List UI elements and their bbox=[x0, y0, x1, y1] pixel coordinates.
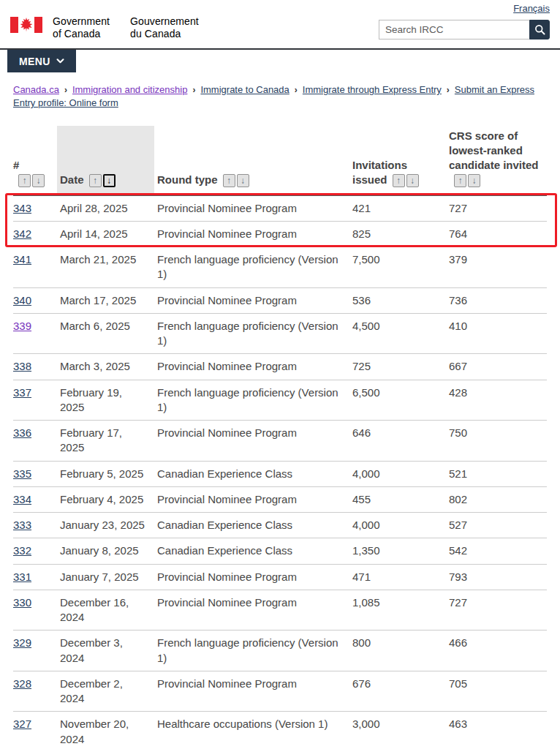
round-number-link[interactable]: 336 bbox=[13, 426, 31, 439]
round-number-cell: 336 bbox=[13, 421, 57, 462]
search-input[interactable] bbox=[379, 20, 529, 39]
column-label: CRS score of lowest-ranked candidate inv… bbox=[449, 129, 539, 171]
round-number-link[interactable]: 335 bbox=[13, 467, 31, 480]
menu-button[interactable]: MENU bbox=[7, 50, 76, 72]
crs-score-cell: 466 bbox=[446, 631, 547, 671]
breadcrumb-separator-icon: › bbox=[447, 85, 450, 95]
breadcrumb-link[interactable]: Canada.ca bbox=[13, 84, 59, 95]
invitations-issued-cell: 1,350 bbox=[349, 538, 446, 564]
sort-ascending-button[interactable]: ↑ bbox=[223, 174, 235, 187]
round-type-cell: Provincial Nominee Program bbox=[154, 564, 349, 590]
table-row: 332January 8, 2025Canadian Experience Cl… bbox=[13, 538, 547, 564]
sort-ascending-button[interactable]: ↑ bbox=[18, 174, 31, 187]
menu-button-label: MENU bbox=[19, 56, 50, 67]
round-date-cell: March 6, 2025 bbox=[57, 313, 154, 354]
round-date-cell: December 2, 2024 bbox=[57, 671, 154, 712]
round-type-cell: Provincial Nominee Program bbox=[154, 421, 349, 462]
language-toggle-link[interactable]: Français bbox=[513, 3, 550, 14]
round-type-cell: French language proficiency (Version 1) bbox=[154, 380, 349, 421]
round-number-cell: 332 bbox=[13, 538, 57, 564]
table-row: 327November 20, 2024Healthcare occupatio… bbox=[13, 712, 547, 749]
round-number-cell: 337 bbox=[13, 380, 57, 421]
column-label: Date bbox=[60, 173, 84, 186]
page: Français Government of Canada Gouverneme… bbox=[0, 0, 560, 749]
magnifier-icon bbox=[534, 24, 545, 35]
round-type-cell: Canadian Experience Class bbox=[154, 513, 349, 538]
round-number-link[interactable]: 342 bbox=[13, 227, 31, 240]
crs-score-cell: 727 bbox=[446, 590, 547, 631]
invitations-issued-cell: 4,000 bbox=[349, 513, 446, 538]
round-number-link[interactable]: 339 bbox=[13, 320, 31, 332]
round-date-cell: January 7, 2025 bbox=[57, 564, 154, 590]
chevron-down-icon bbox=[56, 59, 64, 64]
round-type-cell: Canadian Experience Class bbox=[154, 538, 349, 564]
round-type-cell: Provincial Nominee Program bbox=[154, 486, 349, 512]
table-row: 342April 14, 2025Provincial Nominee Prog… bbox=[13, 221, 547, 246]
table-row: 339March 6, 2025French language proficie… bbox=[13, 313, 547, 354]
sort-descending-button[interactable]: ↓ bbox=[468, 174, 480, 187]
search-form bbox=[379, 20, 550, 39]
round-number-cell: 343 bbox=[13, 195, 57, 222]
round-date-cell: March 21, 2025 bbox=[57, 247, 154, 288]
canada-flag-icon bbox=[10, 17, 42, 33]
breadcrumb-separator-icon: › bbox=[295, 85, 298, 95]
breadcrumb-link[interactable]: Immigrate through Express Entry bbox=[303, 84, 442, 95]
round-number-link[interactable]: 332 bbox=[13, 544, 31, 557]
goc-signature[interactable]: Government of Canada Gouvernement du Can… bbox=[10, 15, 219, 39]
round-type-cell: Provincial Nominee Program bbox=[154, 590, 349, 631]
round-date-cell: February 17, 2025 bbox=[57, 421, 154, 462]
round-date-cell: April 14, 2025 bbox=[57, 221, 154, 246]
column-header-crs-score: CRS score of lowest-ranked candidate inv… bbox=[446, 126, 547, 195]
crs-score-cell: 379 bbox=[446, 247, 547, 288]
round-number-link[interactable]: 338 bbox=[13, 360, 31, 372]
sort-descending-button[interactable]: ↓ bbox=[103, 174, 116, 187]
round-date-cell: December 16, 2024 bbox=[57, 590, 154, 631]
round-number-link[interactable]: 330 bbox=[13, 596, 31, 609]
round-number-cell: 331 bbox=[13, 564, 57, 590]
crs-score-cell: 736 bbox=[446, 287, 547, 313]
round-number-cell: 338 bbox=[13, 354, 57, 380]
round-number-link[interactable]: 334 bbox=[13, 493, 31, 505]
table-row: 328December 2, 2024Provincial Nominee Pr… bbox=[13, 671, 547, 712]
round-number-link[interactable]: 328 bbox=[13, 677, 31, 690]
round-number-link[interactable]: 337 bbox=[13, 386, 31, 399]
crs-score-cell: 542 bbox=[446, 538, 547, 564]
round-number-link[interactable]: 329 bbox=[13, 636, 31, 649]
sort-descending-button[interactable]: ↓ bbox=[32, 174, 45, 187]
invitations-issued-cell: 3,000 bbox=[349, 712, 446, 749]
table-row: 338March 3, 2025Provincial Nominee Progr… bbox=[13, 354, 547, 380]
round-number-cell: 341 bbox=[13, 247, 57, 288]
round-number-cell: 329 bbox=[13, 631, 57, 671]
round-date-cell: April 28, 2025 bbox=[57, 195, 154, 222]
sort-descending-button[interactable]: ↓ bbox=[406, 174, 419, 187]
signature-english: Government of Canada bbox=[53, 15, 110, 39]
round-number-link[interactable]: 343 bbox=[13, 202, 31, 214]
round-type-cell: French language proficiency (Version 1) bbox=[154, 313, 349, 354]
round-date-cell: February 5, 2025 bbox=[57, 461, 154, 486]
round-number-link[interactable]: 327 bbox=[13, 718, 31, 730]
round-number-link[interactable]: 340 bbox=[13, 294, 31, 306]
round-number-link[interactable]: 333 bbox=[13, 519, 31, 531]
sort-ascending-button[interactable]: ↑ bbox=[393, 174, 405, 187]
round-number-cell: 333 bbox=[13, 513, 57, 538]
table-row: 331January 7, 2025Provincial Nominee Pro… bbox=[13, 564, 547, 590]
round-type-cell: Provincial Nominee Program bbox=[154, 287, 349, 313]
crs-score-cell: 727 bbox=[446, 195, 547, 222]
round-number-link[interactable]: 341 bbox=[13, 253, 31, 266]
sort-descending-button[interactable]: ↓ bbox=[237, 174, 249, 187]
round-number-cell: 340 bbox=[13, 287, 57, 313]
search-button[interactable] bbox=[529, 20, 550, 39]
table-row: 330December 16, 2024Provincial Nominee P… bbox=[13, 590, 547, 631]
round-number-link[interactable]: 331 bbox=[13, 571, 31, 583]
crs-score-cell: 428 bbox=[446, 380, 547, 421]
column-header-number: #↑↓ bbox=[13, 126, 57, 195]
crs-score-cell: 521 bbox=[446, 461, 547, 486]
round-number-cell: 328 bbox=[13, 671, 57, 712]
round-number-cell: 335 bbox=[13, 461, 57, 486]
sort-ascending-button[interactable]: ↑ bbox=[89, 174, 102, 187]
breadcrumb-link[interactable]: Immigrate to Canada bbox=[200, 84, 289, 95]
sort-ascending-button[interactable]: ↑ bbox=[454, 174, 466, 187]
breadcrumb-link[interactable]: Immigration and citizenship bbox=[72, 84, 188, 95]
signature-fr-line2: du Canada bbox=[130, 28, 199, 40]
table-row: 334February 4, 2025Provincial Nominee Pr… bbox=[13, 486, 547, 512]
